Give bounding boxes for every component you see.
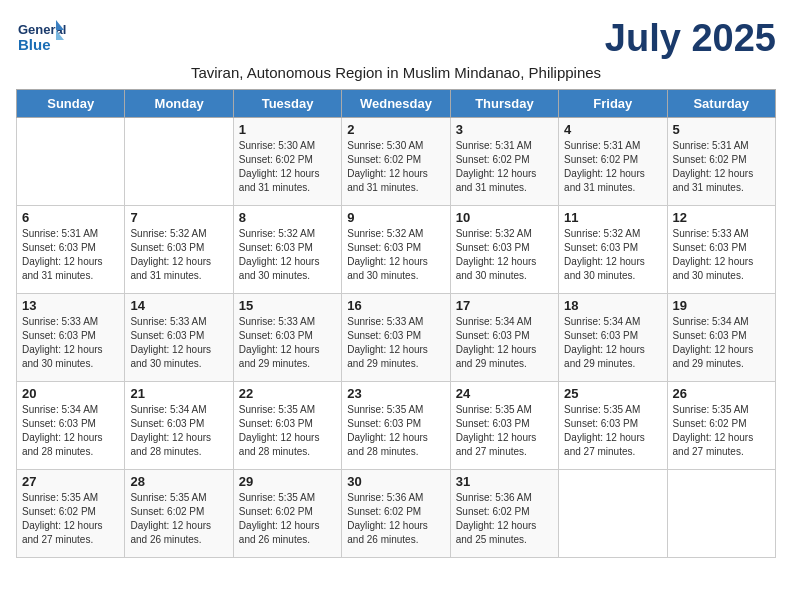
calendar-cell: 2 Sunrise: 5:30 AM Sunset: 6:02 PM Dayli… (342, 118, 450, 206)
calendar-cell: 27 Sunrise: 5:35 AM Sunset: 6:02 PM Dayl… (17, 470, 125, 558)
calendar-cell: 16 Sunrise: 5:33 AM Sunset: 6:03 PM Dayl… (342, 294, 450, 382)
cell-info: Sunrise: 5:34 AM Sunset: 6:03 PM Dayligh… (564, 315, 661, 371)
daylight-text: Daylight: 12 hours and 31 minutes. (130, 256, 211, 281)
calendar-cell: 30 Sunrise: 5:36 AM Sunset: 6:02 PM Dayl… (342, 470, 450, 558)
sunset-text: Sunset: 6:02 PM (673, 154, 747, 165)
sunrise-text: Sunrise: 5:30 AM (347, 140, 423, 151)
calendar-header-row: SundayMondayTuesdayWednesdayThursdayFrid… (17, 90, 776, 118)
day-number: 24 (456, 386, 553, 401)
daylight-text: Daylight: 12 hours and 28 minutes. (22, 432, 103, 457)
day-number: 20 (22, 386, 119, 401)
daylight-text: Daylight: 12 hours and 27 minutes. (564, 432, 645, 457)
cell-info: Sunrise: 5:33 AM Sunset: 6:03 PM Dayligh… (239, 315, 336, 371)
cell-info: Sunrise: 5:31 AM Sunset: 6:02 PM Dayligh… (673, 139, 770, 195)
daylight-text: Daylight: 12 hours and 29 minutes. (673, 344, 754, 369)
daylight-text: Daylight: 12 hours and 31 minutes. (22, 256, 103, 281)
sunrise-text: Sunrise: 5:34 AM (130, 404, 206, 415)
day-number: 4 (564, 122, 661, 137)
sunrise-text: Sunrise: 5:35 AM (347, 404, 423, 415)
sunset-text: Sunset: 6:03 PM (456, 418, 530, 429)
calendar-cell: 15 Sunrise: 5:33 AM Sunset: 6:03 PM Dayl… (233, 294, 341, 382)
calendar-cell: 14 Sunrise: 5:33 AM Sunset: 6:03 PM Dayl… (125, 294, 233, 382)
sunset-text: Sunset: 6:03 PM (564, 418, 638, 429)
sunrise-text: Sunrise: 5:35 AM (239, 492, 315, 503)
calendar-cell: 7 Sunrise: 5:32 AM Sunset: 6:03 PM Dayli… (125, 206, 233, 294)
cell-info: Sunrise: 5:33 AM Sunset: 6:03 PM Dayligh… (673, 227, 770, 283)
cell-info: Sunrise: 5:35 AM Sunset: 6:03 PM Dayligh… (456, 403, 553, 459)
sunset-text: Sunset: 6:03 PM (564, 242, 638, 253)
sunset-text: Sunset: 6:03 PM (22, 418, 96, 429)
calendar-cell: 1 Sunrise: 5:30 AM Sunset: 6:02 PM Dayli… (233, 118, 341, 206)
sunset-text: Sunset: 6:03 PM (22, 330, 96, 341)
calendar-week-4: 20 Sunrise: 5:34 AM Sunset: 6:03 PM Dayl… (17, 382, 776, 470)
calendar-cell: 21 Sunrise: 5:34 AM Sunset: 6:03 PM Dayl… (125, 382, 233, 470)
sunset-text: Sunset: 6:03 PM (564, 330, 638, 341)
sunrise-text: Sunrise: 5:33 AM (347, 316, 423, 327)
calendar-cell: 6 Sunrise: 5:31 AM Sunset: 6:03 PM Dayli… (17, 206, 125, 294)
cell-info: Sunrise: 5:34 AM Sunset: 6:03 PM Dayligh… (673, 315, 770, 371)
cell-info: Sunrise: 5:31 AM Sunset: 6:02 PM Dayligh… (564, 139, 661, 195)
sunrise-text: Sunrise: 5:33 AM (239, 316, 315, 327)
cell-info: Sunrise: 5:34 AM Sunset: 6:03 PM Dayligh… (22, 403, 119, 459)
sunrise-text: Sunrise: 5:34 AM (673, 316, 749, 327)
day-number: 11 (564, 210, 661, 225)
subtitle: Taviran, Autonomous Region in Muslim Min… (16, 64, 776, 81)
daylight-text: Daylight: 12 hours and 25 minutes. (456, 520, 537, 545)
day-number: 15 (239, 298, 336, 313)
sunset-text: Sunset: 6:03 PM (239, 418, 313, 429)
sunrise-text: Sunrise: 5:31 AM (564, 140, 640, 151)
sunrise-text: Sunrise: 5:36 AM (347, 492, 423, 503)
daylight-text: Daylight: 12 hours and 30 minutes. (673, 256, 754, 281)
sunrise-text: Sunrise: 5:33 AM (130, 316, 206, 327)
calendar-cell: 11 Sunrise: 5:32 AM Sunset: 6:03 PM Dayl… (559, 206, 667, 294)
cell-info: Sunrise: 5:35 AM Sunset: 6:02 PM Dayligh… (22, 491, 119, 547)
calendar-cell: 29 Sunrise: 5:35 AM Sunset: 6:02 PM Dayl… (233, 470, 341, 558)
sunrise-text: Sunrise: 5:34 AM (22, 404, 98, 415)
day-header-monday: Monday (125, 90, 233, 118)
daylight-text: Daylight: 12 hours and 27 minutes. (456, 432, 537, 457)
day-number: 17 (456, 298, 553, 313)
cell-info: Sunrise: 5:32 AM Sunset: 6:03 PM Dayligh… (239, 227, 336, 283)
calendar-week-5: 27 Sunrise: 5:35 AM Sunset: 6:02 PM Dayl… (17, 470, 776, 558)
cell-info: Sunrise: 5:34 AM Sunset: 6:03 PM Dayligh… (130, 403, 227, 459)
daylight-text: Daylight: 12 hours and 30 minutes. (456, 256, 537, 281)
calendar-cell (559, 470, 667, 558)
sunset-text: Sunset: 6:03 PM (456, 242, 530, 253)
day-number: 1 (239, 122, 336, 137)
cell-info: Sunrise: 5:34 AM Sunset: 6:03 PM Dayligh… (456, 315, 553, 371)
sunrise-text: Sunrise: 5:34 AM (564, 316, 640, 327)
day-number: 19 (673, 298, 770, 313)
sunset-text: Sunset: 6:02 PM (239, 506, 313, 517)
cell-info: Sunrise: 5:32 AM Sunset: 6:03 PM Dayligh… (347, 227, 444, 283)
daylight-text: Daylight: 12 hours and 27 minutes. (673, 432, 754, 457)
daylight-text: Daylight: 12 hours and 29 minutes. (239, 344, 320, 369)
calendar-cell: 31 Sunrise: 5:36 AM Sunset: 6:02 PM Dayl… (450, 470, 558, 558)
day-header-saturday: Saturday (667, 90, 775, 118)
sunset-text: Sunset: 6:02 PM (673, 418, 747, 429)
day-number: 16 (347, 298, 444, 313)
sunset-text: Sunset: 6:03 PM (239, 242, 313, 253)
daylight-text: Daylight: 12 hours and 30 minutes. (347, 256, 428, 281)
calendar-cell: 9 Sunrise: 5:32 AM Sunset: 6:03 PM Dayli… (342, 206, 450, 294)
calendar-cell: 26 Sunrise: 5:35 AM Sunset: 6:02 PM Dayl… (667, 382, 775, 470)
day-header-tuesday: Tuesday (233, 90, 341, 118)
sunset-text: Sunset: 6:02 PM (130, 506, 204, 517)
calendar-cell: 22 Sunrise: 5:35 AM Sunset: 6:03 PM Dayl… (233, 382, 341, 470)
cell-info: Sunrise: 5:33 AM Sunset: 6:03 PM Dayligh… (347, 315, 444, 371)
day-number: 31 (456, 474, 553, 489)
cell-info: Sunrise: 5:35 AM Sunset: 6:03 PM Dayligh… (347, 403, 444, 459)
cell-info: Sunrise: 5:32 AM Sunset: 6:03 PM Dayligh… (564, 227, 661, 283)
day-header-thursday: Thursday (450, 90, 558, 118)
day-number: 30 (347, 474, 444, 489)
daylight-text: Daylight: 12 hours and 31 minutes. (456, 168, 537, 193)
daylight-text: Daylight: 12 hours and 31 minutes. (564, 168, 645, 193)
sunrise-text: Sunrise: 5:32 AM (130, 228, 206, 239)
day-number: 2 (347, 122, 444, 137)
calendar-cell: 19 Sunrise: 5:34 AM Sunset: 6:03 PM Dayl… (667, 294, 775, 382)
cell-info: Sunrise: 5:36 AM Sunset: 6:02 PM Dayligh… (456, 491, 553, 547)
sunrise-text: Sunrise: 5:31 AM (456, 140, 532, 151)
day-number: 29 (239, 474, 336, 489)
sunset-text: Sunset: 6:03 PM (347, 330, 421, 341)
daylight-text: Daylight: 12 hours and 28 minutes. (130, 432, 211, 457)
sunset-text: Sunset: 6:02 PM (22, 506, 96, 517)
